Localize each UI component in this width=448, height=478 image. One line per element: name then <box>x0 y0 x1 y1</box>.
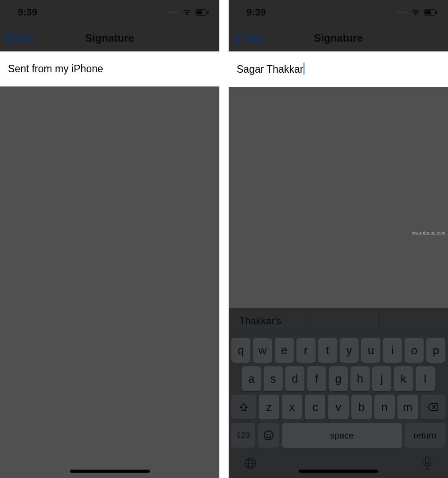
content-background <box>0 115 219 478</box>
key-r[interactable]: r <box>296 338 316 363</box>
key-l[interactable]: l <box>416 366 435 391</box>
svg-point-8 <box>269 434 271 435</box>
suggestion-2[interactable] <box>309 308 378 334</box>
signature-input[interactable]: Sagar Thakkar <box>229 51 448 87</box>
phone-right: 9:39 •••• Mail Signature Sagar Thakkar T… <box>229 0 448 478</box>
emoji-key[interactable] <box>258 423 279 448</box>
key-c[interactable]: c <box>305 395 325 419</box>
suggestion-3[interactable] <box>379 308 448 334</box>
key-j[interactable]: j <box>372 366 391 391</box>
cellular-icon: •••• <box>168 9 179 16</box>
key-k[interactable]: k <box>394 366 413 391</box>
key-i[interactable]: i <box>383 338 402 363</box>
key-d[interactable]: d <box>285 366 304 391</box>
phone-left: 9:39 •••• Mail Signature Sent from my iP… <box>0 0 219 478</box>
key-t[interactable]: t <box>318 338 337 363</box>
svg-rect-1 <box>197 11 203 15</box>
wifi-icon <box>182 9 192 16</box>
key-b[interactable]: b <box>351 395 372 419</box>
space-key[interactable]: space <box>282 423 402 448</box>
backspace-icon <box>427 403 439 411</box>
key-g[interactable]: g <box>329 366 348 391</box>
key-p[interactable]: p <box>426 338 445 363</box>
shift-icon <box>239 402 249 412</box>
svg-rect-5 <box>436 11 437 14</box>
svg-point-7 <box>266 434 268 435</box>
svg-rect-4 <box>425 11 431 15</box>
svg-rect-2 <box>207 11 209 14</box>
svg-rect-11 <box>425 457 429 464</box>
globe-key[interactable] <box>244 457 257 470</box>
key-s[interactable]: s <box>264 366 283 391</box>
key-row-2: a s d f g h j k l <box>229 363 448 391</box>
return-key[interactable]: return <box>405 423 445 448</box>
key-w[interactable]: w <box>253 338 272 363</box>
signature-text: Sagar Thakkar <box>237 63 303 75</box>
watermark: www.deuac.com <box>412 231 445 235</box>
cellular-icon: •••• <box>396 9 407 16</box>
key-n[interactable]: n <box>374 395 395 419</box>
signature-input[interactable]: Sent from my iPhone <box>0 51 219 86</box>
key-u[interactable]: u <box>361 338 380 363</box>
status-time: 9:39 <box>246 7 266 18</box>
numbers-key[interactable]: 123 <box>231 423 255 448</box>
back-button[interactable]: Mail <box>229 32 261 44</box>
back-label: Mail <box>242 32 261 44</box>
back-button[interactable]: Mail <box>0 32 33 44</box>
key-h[interactable]: h <box>351 366 370 391</box>
text-caret <box>304 63 304 74</box>
shift-key[interactable] <box>231 395 256 419</box>
back-label: Mail <box>13 32 33 44</box>
page-title: Signature <box>229 32 448 44</box>
key-row-1: q w e r t y u i o p <box>229 334 448 363</box>
emoji-icon <box>263 430 274 441</box>
status-time: 9:39 <box>18 7 37 18</box>
key-m[interactable]: m <box>397 395 418 419</box>
key-row-4: 123 space return <box>229 419 448 448</box>
key-a[interactable]: a <box>242 366 261 391</box>
nav-bar: Mail Signature <box>229 25 448 51</box>
globe-icon <box>244 457 257 470</box>
signature-text: Sent from my iPhone <box>8 63 103 74</box>
status-bar: 9:39 •••• <box>0 0 219 25</box>
status-bar: 9:39 •••• <box>229 0 448 25</box>
keyboard-footer <box>229 448 448 473</box>
page-title: Signature <box>0 32 219 44</box>
battery-icon <box>424 9 437 16</box>
status-right: •••• <box>168 9 209 16</box>
microphone-icon <box>421 456 433 471</box>
suggestion-bar: Thakkar's <box>229 308 448 334</box>
wifi-icon <box>411 9 421 16</box>
status-right: •••• <box>396 9 437 16</box>
dictation-key[interactable] <box>421 456 433 471</box>
backspace-key[interactable] <box>421 395 445 419</box>
key-o[interactable]: o <box>405 338 424 363</box>
key-z[interactable]: z <box>259 395 279 419</box>
key-q[interactable]: q <box>231 338 250 363</box>
battery-icon <box>195 9 209 16</box>
key-e[interactable]: e <box>275 338 294 363</box>
chevron-left-icon <box>4 32 12 44</box>
key-f[interactable]: f <box>307 366 326 391</box>
svg-point-6 <box>264 431 273 440</box>
key-x[interactable]: x <box>282 395 302 419</box>
suggestion-1[interactable]: Thakkar's <box>229 308 309 334</box>
key-v[interactable]: v <box>328 395 348 419</box>
keyboard: Thakkar's q w e r t y u i o p a s d f g … <box>229 308 448 478</box>
home-indicator[interactable] <box>70 470 150 473</box>
chevron-left-icon <box>233 32 241 44</box>
key-row-3: z x c v b n m <box>229 391 448 419</box>
nav-bar: Mail Signature <box>0 25 219 51</box>
home-indicator[interactable] <box>299 470 378 473</box>
key-y[interactable]: y <box>340 338 359 363</box>
